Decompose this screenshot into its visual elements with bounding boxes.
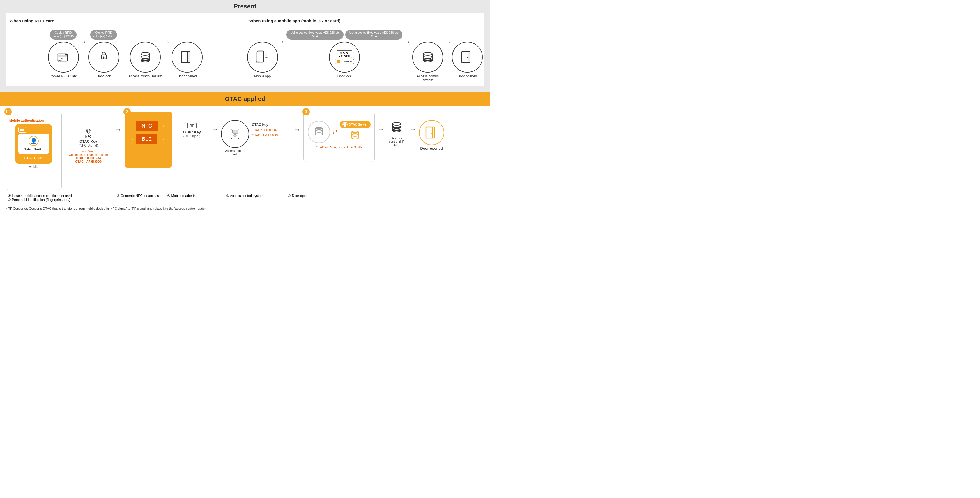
otac-dots: . . [69,163,108,167]
user-name: John Smith [24,147,44,151]
step1-number: 1-1 [5,108,12,116]
step1-box: 1-1 Mobile authentication 👤 [6,111,62,190]
ble-arrow-right: → [160,136,165,142]
step2-number: 2 [123,108,131,116]
svg-text:RF: RF [61,58,64,60]
bottom-label-5: ⑥ Door open [271,194,307,202]
mobile-card: 👤 John Smith OTAC Client [16,124,52,164]
rfid-flow-row: Copied RFIDvalue(ex) 12345 RF [8,27,242,78]
rfid-half-title: ·When using RFID card [8,19,242,23]
db-gray-circle [308,121,330,143]
mobile-label: Mobile [9,165,58,169]
big-arrow-3: → [294,125,301,133]
rfid-card-circle: RF [48,42,79,73]
mobile-app-label: Mobile app [254,74,270,78]
door-open-icon [179,49,195,66]
present-section: Present ·When using RFID card Copied RFI… [0,0,490,92]
step2-box: 2 → NFC → → BLE → [124,111,172,168]
step2-wrapper: 2 → NFC → → BLE → [124,111,172,168]
present-title: Present [6,3,484,10]
m-arrow-1: → [278,38,285,46]
nfc-row: → NFC → [129,121,168,131]
door-lock-circle [88,42,119,73]
recognises-label: OTAC -> Recognises 'John Smith' [316,146,363,149]
mobile-auth-label: Mobile authentication [9,119,58,122]
big-arrow-2: → [212,125,218,133]
server-area: ⇄ 1-2 OTAC Server [308,121,371,143]
otac-val1: OTAC : 00001234 [69,156,108,160]
svg-point-14 [186,57,188,58]
door-opened-otac-section: Door opened [419,111,444,151]
big-arrow-4: → [377,125,384,133]
rf-key-title: OTAC Key [183,130,200,134]
mobile-bubble-1: Using copied fixed value AES-256 etc MFA [286,30,344,40]
door-opened-label: Door opened [177,74,197,78]
bottom-label-2: ③ Generate NFC for access [72,194,159,202]
rfid-bubble-2: Copied RFIDvalue(ex) 12345 [90,30,117,40]
door-lock-icon [97,49,111,66]
otac-change: Continues to change in code [69,153,108,156]
rfid-card-icon: RF [55,49,72,66]
svg-rect-33 [315,131,323,134]
mobile-card-inner: 👤 John Smith [18,134,49,154]
door-opened-otac-label: Door opened [420,146,443,151]
label-1-line2: ② Personal identification (fingerprint, … [8,198,72,202]
step1-wrapper: 1-1 Mobile authentication 👤 [6,111,62,190]
access-control-circle [130,42,161,73]
footer-text: * RF Converter: Converts OTAC that is tr… [6,207,207,210]
avatar-icon: 👤 [29,136,39,146]
svg-point-47 [431,133,432,134]
nfc-waves-icon [84,128,92,134]
nfc-signal-label: NFC [84,128,92,138]
nfc-key-section: NFC OTAC Key (NFC Signal) 'John Smith' C… [65,111,112,167]
svg-rect-36 [352,132,359,135]
m-arrow-2: → [404,38,410,46]
rf-key-section: RF OTAC Key (RF Signal) [175,111,209,138]
gray-database-icon [312,125,326,139]
otac-section: OTAC applied 1-1 Mobile authentication [0,92,490,213]
arrow-3: → [164,38,170,46]
otac-val-2: OTAC : A73H38D3 [252,133,291,138]
arrow-1: → [81,38,87,46]
svg-rect-28 [232,130,238,133]
door-opened-otac-circle [419,120,444,145]
flow-item-mobile-app: NFC Mobile app [248,27,277,78]
svg-rect-31 [315,128,323,131]
nfc-converter-label: NFC-RFConverter [337,51,353,58]
rf-icon-small: 📶 [337,60,340,63]
reader-circle [221,120,249,148]
nfc-label: NFC [84,135,92,138]
otac-title: OTAC applied [225,95,265,102]
otac-values-section: 'John Smith' Continues to change in code… [69,150,108,167]
flow-item-door-opened: Door opened [172,27,202,78]
database-icon [137,49,154,66]
hr-db-section: Access control (HR DB) [387,111,407,147]
svg-rect-25 [468,52,470,63]
rf-badge: RF [187,123,197,128]
otac-server-area: 1-2 OTAC Server [340,121,371,143]
ble-row: → BLE → [129,134,168,144]
otac-server-badge: 1-2 OTAC Server [340,121,371,128]
mobile-access-control-label: Access control system [412,74,443,82]
otac-val2: OTAC : A73H38D3 [69,160,108,163]
otac-client-badge: OTAC Client [18,155,49,161]
step3-inner: ⇄ 1-2 OTAC Server [308,121,371,149]
nfc-door-lock-label: Door lock [337,74,352,78]
m-arrow-3: → [445,38,451,46]
svg-rect-1 [57,56,67,57]
otac-key-title: OTAC Key [80,139,97,143]
mobile-app-icon: NFC [255,49,270,66]
svg-point-29 [235,136,235,137]
hr-db-icon [389,120,404,135]
orange-database-icon [348,129,362,143]
otac-key-values-label: OTAC Key [252,123,291,127]
mobile-half: ·When using a mobile app (mobile QR or c… [245,13,485,86]
two-bubbles: Using copied fixed value AES-256 etc MFA… [286,30,403,40]
svg-point-5 [103,57,104,58]
mobile-door-opened-circle [452,42,483,73]
reader-icon [227,125,243,142]
mobile-database-icon [419,49,436,66]
otac-flow: 1-1 Mobile authentication 👤 [6,111,484,190]
arrow-2: → [121,38,127,46]
rfid-half: ·When using RFID card Copied RFIDvalue(e… [6,13,245,86]
